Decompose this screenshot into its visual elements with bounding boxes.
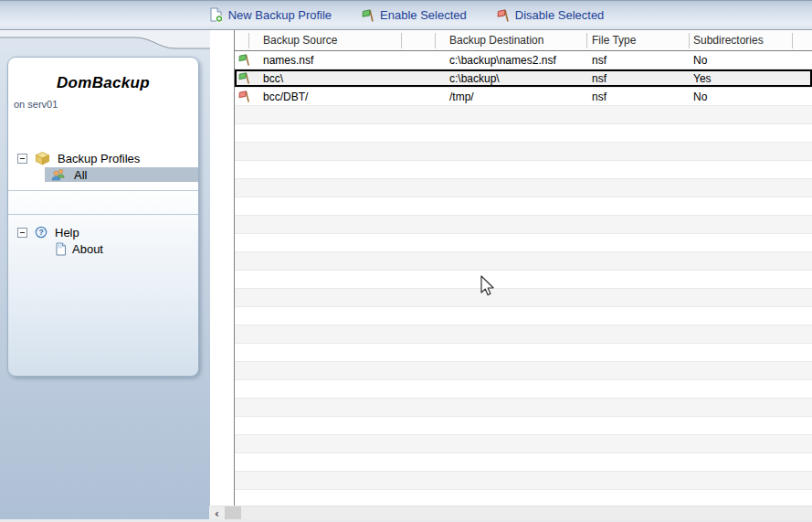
table-empty-row (235, 216, 812, 234)
cell-subdirectories: Yes (690, 69, 793, 87)
table-header: Backup Source Backup Destination File Ty… (235, 30, 812, 51)
table-row-bcc-selected[interactable]: bcc\ c:\backup\ nsf Yes (235, 69, 812, 88)
tree-item-label: About (72, 242, 103, 256)
column-header-spacer[interactable] (402, 33, 436, 48)
package-icon (35, 151, 50, 165)
table-row-bcc-dbt[interactable]: bcc/DBT/ /tmp/ nsf No (235, 88, 812, 106)
cell-backup-destination: c:\backup\ (436, 69, 587, 87)
navigation-tree: Backup Profiles All (8, 150, 198, 257)
tree-item-help[interactable]: ? Help (8, 224, 198, 240)
new-backup-profile-button[interactable]: New Backup Profile (206, 5, 334, 25)
table-empty-row (235, 271, 812, 289)
cell-subdirectories: No (690, 51, 793, 69)
cell-file-type: nsf (587, 51, 690, 69)
table-empty-row (235, 161, 812, 179)
table-empty-row (235, 307, 812, 325)
table-empty-row (235, 179, 812, 197)
selected-tree-item-highlight[interactable]: All (45, 167, 198, 182)
cell-file-type: nsf (587, 69, 690, 87)
cell-backup-source: names.nsf (253, 51, 436, 69)
cell-backup-source: bcc\ (253, 69, 436, 87)
collapse-minus-icon[interactable] (17, 228, 27, 238)
new-document-icon (208, 7, 224, 23)
divider (8, 190, 198, 191)
toolbar-button-label: Enable Selected (380, 8, 467, 22)
table-empty-row (235, 197, 812, 216)
svg-text:?: ? (38, 228, 43, 237)
column-header-filler (793, 33, 812, 48)
cell-backup-destination: /tmp/ (436, 88, 587, 105)
green-flag-icon (361, 8, 375, 23)
table-empty-row (235, 106, 812, 124)
cell-subdirectories: No (690, 88, 793, 105)
disable-selected-button[interactable]: Disable Selected (493, 6, 607, 25)
collapse-minus-icon[interactable] (17, 154, 27, 164)
document-icon (54, 242, 68, 256)
toolbar-button-label: New Backup Profile (228, 8, 332, 22)
tree-item-about[interactable]: About (8, 240, 198, 257)
divider (8, 214, 198, 215)
table-empty-row (235, 124, 812, 143)
column-header-icon[interactable] (235, 33, 249, 48)
enabled-flag-icon (235, 51, 253, 69)
sidebar-card: DomBackup on serv01 Backup Profiles (7, 57, 199, 377)
table-empty-row (235, 435, 812, 453)
table-empty-row (235, 380, 812, 399)
backup-profiles-table: Backup Source Backup Destination File Ty… (234, 30, 812, 506)
tree-item-all[interactable]: All (8, 166, 198, 183)
table-empty-row (235, 472, 812, 490)
scroll-left-arrow-icon[interactable]: ‹ (209, 506, 225, 519)
table-empty-row (235, 325, 812, 344)
table-empty-row (235, 344, 812, 362)
table-empty-row (235, 143, 812, 161)
disabled-flag-icon (235, 88, 253, 105)
server-label: on serv01 (14, 99, 198, 110)
scrollbar-thumb[interactable] (225, 506, 241, 519)
tree-item-label: Help (55, 226, 79, 240)
cell-file-type: nsf (587, 88, 690, 105)
help-icon: ? (35, 226, 47, 239)
toolbar-button-label: Disable Selected (515, 8, 605, 22)
column-header-file-type[interactable]: File Type (587, 33, 690, 48)
table-row-names-nsf[interactable]: names.nsf c:\backup\names2.nsf nsf No (235, 51, 812, 69)
app-title: DomBackup (8, 74, 198, 92)
table-empty-row (235, 289, 812, 307)
horizontal-scrollbar[interactable]: ‹ (209, 506, 812, 519)
column-header-backup-source[interactable]: Backup Source (249, 33, 402, 48)
enabled-flag-icon (235, 69, 253, 87)
sidebar: DomBackup on serv01 Backup Profiles (0, 30, 210, 519)
column-header-subdirectories[interactable]: Subdirectories (690, 33, 793, 48)
tree-item-label: Backup Profiles (58, 152, 140, 165)
users-icon (51, 167, 66, 182)
tree-item-label: All (74, 168, 87, 182)
table-empty-row (235, 234, 812, 252)
table-empty-row (235, 399, 812, 417)
cell-backup-destination: c:\backup\names2.nsf (436, 51, 587, 69)
enable-selected-button[interactable]: Enable Selected (358, 6, 469, 25)
red-flag-icon (496, 8, 511, 23)
sidebar-tab-shape (0, 30, 210, 49)
table-empty-row (235, 252, 812, 271)
dombackup-window: New Backup Profile Enable Selected Disab… (0, 0, 812, 522)
cell-backup-source: bcc/DBT/ (253, 88, 436, 105)
tree-item-backup-profiles[interactable]: Backup Profiles (8, 150, 198, 166)
toolbar: New Backup Profile Enable Selected Disab… (0, 0, 812, 30)
table-empty-row (235, 417, 812, 435)
table-body: names.nsf c:\backup\names2.nsf nsf No bc… (235, 51, 812, 490)
table-empty-row (235, 362, 812, 380)
column-header-backup-destination[interactable]: Backup Destination (436, 33, 587, 48)
table-empty-row (235, 453, 812, 472)
